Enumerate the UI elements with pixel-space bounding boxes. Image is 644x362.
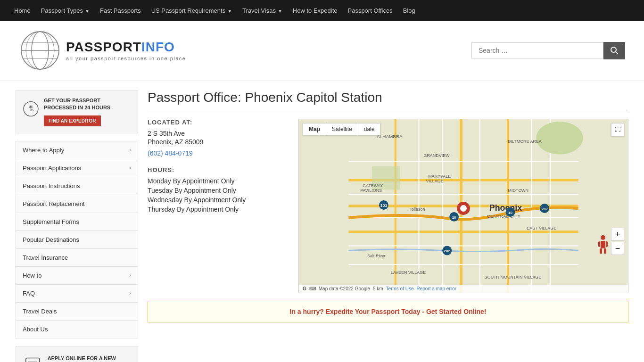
- promo2-heading: APPLY ONLINE FOR A NEW PASSPORT: [48, 355, 131, 362]
- nav-us-requirements[interactable]: US Passport Requirements▼: [151, 7, 232, 14]
- svg-line-7: [616, 52, 618, 54]
- map-background: Phoenix CENTRAL CITY GATEWAY PAVILIONS M…: [299, 119, 628, 293]
- address-line2: Phoenix, AZ 85009: [148, 138, 289, 146]
- nav-home[interactable]: Home: [14, 7, 31, 14]
- sidebar-item-travel-deals[interactable]: Travel Deals: [16, 303, 138, 321]
- svg-text:SOUTH MOUNTAIN VILLAGE: SOUTH MOUNTAIN VILLAGE: [485, 275, 542, 280]
- svg-text:101: 101: [380, 203, 387, 208]
- address-line1: 2 S 35th Ave: [148, 130, 289, 137]
- sidebar-item-about-us[interactable]: About Us: [16, 321, 138, 338]
- svg-rect-66: [604, 248, 606, 254]
- map-data-text: Map data ©2022 Google: [319, 286, 370, 291]
- sidebar-item-passport-instructions[interactable]: Passport Instructions: [16, 177, 138, 195]
- svg-text:MIDTOWN: MIDTOWN: [508, 188, 528, 193]
- svg-text:Salt River: Salt River: [367, 254, 386, 258]
- map-terms-link[interactable]: Terms of Use: [386, 286, 414, 291]
- main-container: 24 h GET YOUR PASSPORT PROCESSED IN 24 H…: [6, 81, 638, 362]
- sidebar-promo-expedite: 24 h GET YOUR PASSPORT PROCESSED IN 24 H…: [16, 90, 138, 133]
- map-scale: 5 km: [373, 286, 383, 291]
- sidebar: 24 h GET YOUR PASSPORT PROCESSED IN 24 H…: [16, 90, 138, 362]
- svg-point-37: [460, 205, 467, 212]
- zoom-in-button[interactable]: +: [611, 228, 624, 241]
- sidebar-item-passport-replacement[interactable]: Passport Replacement: [16, 195, 138, 213]
- nav-passport-offices[interactable]: Passport Offices: [347, 7, 392, 14]
- svg-text:BILTMORE AREA: BILTMORE AREA: [508, 139, 541, 144]
- find-expeditor-button[interactable]: FIND AN EXPEDITOR: [44, 115, 101, 126]
- svg-rect-67: [598, 241, 600, 247]
- sidebar-item-where-to-apply[interactable]: Where to Apply ›: [16, 141, 138, 159]
- svg-text:PAVILIONS: PAVILIONS: [360, 188, 382, 193]
- content-area: Passport Office: Phoenix Capitol Station…: [148, 90, 628, 362]
- zoom-controls: + −: [611, 228, 624, 255]
- nav-fast-passports[interactable]: Fast Passports: [100, 7, 141, 14]
- sidebar-item-supplemental-forms[interactable]: Supplemental Forms: [16, 213, 138, 231]
- svg-rect-64: [601, 241, 605, 248]
- svg-text:10: 10: [452, 215, 456, 220]
- hours-section: HOURS: Monday By Appointment Only Tuesda…: [148, 166, 289, 213]
- svg-text:10: 10: [508, 211, 512, 215]
- map-expand-button[interactable]: ⛶: [611, 123, 624, 136]
- page-title: Passport Office: Phoenix Capitol Station: [148, 90, 628, 112]
- nav-how-to-expedite[interactable]: How to Expedite: [293, 7, 338, 14]
- globe-icon: [19, 29, 61, 72]
- hours-monday: Monday By Appointment Only: [148, 177, 289, 185]
- svg-rect-68: [606, 241, 608, 247]
- hours-wednesday: Wednesday By Appointment Only: [148, 196, 289, 204]
- svg-text:MARYVALE: MARYVALE: [428, 174, 451, 179]
- logo-text: PASSPORTINFO all your passport resources…: [66, 40, 186, 61]
- google-logo: G: [303, 286, 306, 291]
- chevron-right-icon: ›: [129, 147, 131, 153]
- site-header: PASSPORTINFO all your passport resources…: [0, 21, 644, 81]
- map-tab-scale[interactable]: dale: [358, 123, 380, 135]
- chevron-right-icon: ›: [129, 165, 131, 171]
- chevron-down-icon: ▼: [85, 8, 90, 14]
- search-button[interactable]: [603, 42, 625, 59]
- promo-heading: GET YOUR PASSPORT PROCESSED IN 24 HOURS: [44, 97, 131, 112]
- location-map-row: LOCATED AT: 2 S 35th Ave Phoenix, AZ 850…: [148, 119, 628, 293]
- hours-tuesday: Tuesday By Appointment Only: [148, 187, 289, 194]
- expedite-banner: In a hurry? Expedite Your Passport Today…: [148, 301, 628, 322]
- chevron-down-icon: ▼: [227, 8, 232, 14]
- location-info: LOCATED AT: 2 S 35th Ave Phoenix, AZ 850…: [148, 119, 289, 293]
- sidebar-item-travel-insurance[interactable]: Travel Insurance: [16, 249, 138, 267]
- map-container: Phoenix CENTRAL CITY GATEWAY PAVILIONS M…: [298, 119, 628, 293]
- sidebar-item-how-to[interactable]: How to ›: [16, 267, 138, 285]
- svg-text:GRANDVIEW: GRANDVIEW: [423, 153, 450, 158]
- map-tab-satellite[interactable]: Satellite: [326, 123, 358, 135]
- svg-text:202: 202: [541, 207, 548, 211]
- phone-link[interactable]: (602) 484-0719: [148, 149, 193, 157]
- sidebar-item-passport-applications[interactable]: Passport Applications ›: [16, 159, 138, 177]
- search-area: [471, 42, 625, 59]
- hours-label: HOURS:: [148, 166, 289, 173]
- nav-blog[interactable]: Blog: [403, 7, 415, 14]
- expedite-link[interactable]: In a hurry? Expedite Your Passport Today…: [290, 308, 487, 315]
- sidebar-promo-apply: APPLY ONLINE FOR A NEW PASSPORT: [16, 346, 138, 362]
- search-icon: [610, 46, 619, 55]
- svg-text:Phoenix: Phoenix: [489, 203, 522, 213]
- top-nav: Home Passport Types▼ Fast Passports US P…: [0, 0, 644, 21]
- street-view-person[interactable]: [598, 235, 608, 255]
- svg-text:Tolleson: Tolleson: [410, 207, 425, 212]
- svg-point-34: [536, 122, 583, 155]
- svg-text:EAST VILLAGE: EAST VILLAGE: [527, 226, 556, 230]
- clock-24h-icon: 24 h: [23, 97, 39, 121]
- sidebar-item-faq[interactable]: FAQ ›: [16, 285, 138, 303]
- sidebar-nav: Where to Apply › Passport Applications ›…: [16, 141, 138, 338]
- map-keyboard-icon: ⌨: [309, 286, 316, 291]
- search-input[interactable]: [471, 42, 603, 58]
- svg-text:LAVEEN VILLAGE: LAVEEN VILLAGE: [391, 270, 426, 275]
- svg-rect-13: [26, 358, 40, 362]
- map-report-link[interactable]: Report a map error: [416, 286, 456, 291]
- svg-text:202: 202: [444, 249, 451, 253]
- nav-passport-types[interactable]: Passport Types▼: [41, 7, 90, 14]
- hours-thursday: Thursday By Appointment Only: [148, 206, 289, 213]
- sidebar-item-popular-destinations[interactable]: Popular Destinations: [16, 231, 138, 249]
- nav-travel-visas[interactable]: Travel Visas▼: [242, 7, 282, 14]
- map-tab-map[interactable]: Map: [303, 123, 326, 135]
- svg-text:CENTRAL CITY: CENTRAL CITY: [487, 214, 521, 219]
- chevron-down-icon: ▼: [278, 8, 282, 14]
- svg-text:GATEWAY: GATEWAY: [363, 183, 383, 188]
- zoom-out-button[interactable]: −: [611, 242, 624, 255]
- apply-online-icon: [23, 353, 43, 362]
- svg-rect-65: [600, 248, 602, 254]
